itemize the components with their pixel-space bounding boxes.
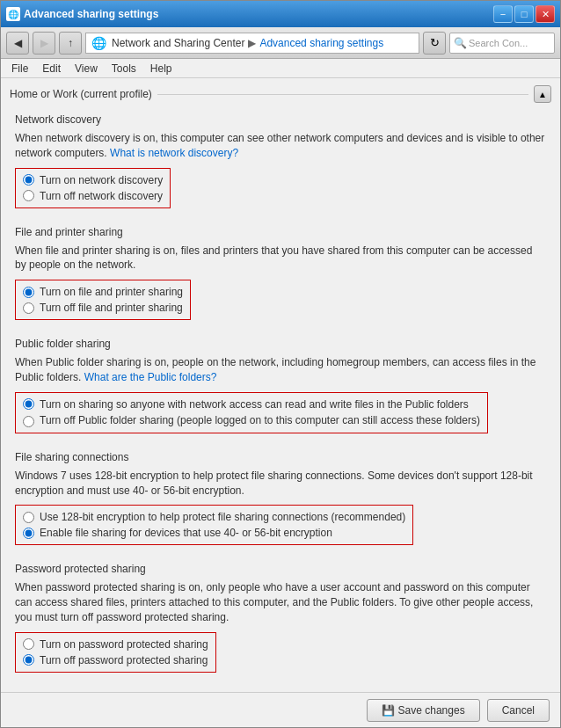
- network-discovery-desc: When network discovery is on, this compu…: [15, 131, 546, 161]
- menu-help[interactable]: Help: [143, 61, 179, 76]
- cancel-button[interactable]: Cancel: [487, 699, 550, 722]
- collapse-icon: ▲: [538, 90, 547, 99]
- search-icon: 🔍: [454, 37, 467, 49]
- public-folder-off-label: Turn off Public folder sharing (people l…: [40, 414, 480, 426]
- password-sharing-off-label: Turn off password protected sharing: [40, 654, 208, 666]
- back-icon: ◀: [14, 37, 22, 49]
- file-sharing-connections-options: Use 128-bit encryption to help protect f…: [15, 505, 413, 545]
- save-icon: 💾: [382, 704, 395, 717]
- encryption-128-option[interactable]: Use 128-bit encryption to help protect f…: [23, 511, 405, 523]
- file-printer-on-radio[interactable]: [23, 287, 34, 298]
- minimize-button[interactable]: −: [493, 5, 513, 23]
- up-button[interactable]: ↑: [59, 32, 82, 55]
- network-icon: 🌐: [91, 36, 106, 50]
- public-folder-off-radio[interactable]: [23, 416, 34, 427]
- file-printer-off-label: Turn off file and printer sharing: [40, 302, 183, 314]
- network-discovery-on-radio[interactable]: [23, 174, 34, 186]
- encryption-40-radio[interactable]: [23, 528, 34, 539]
- file-sharing-connections-section: File sharing connections Windows 7 uses …: [1, 444, 560, 557]
- file-printer-off-radio[interactable]: [23, 302, 34, 314]
- network-discovery-off-radio[interactable]: [23, 190, 34, 201]
- cancel-label: Cancel: [502, 704, 535, 717]
- file-printer-on-label: Turn on file and printer sharing: [40, 286, 183, 298]
- password-sharing-title: Password protected sharing: [15, 563, 546, 575]
- password-sharing-options: Turn on password protected sharing Turn …: [15, 632, 216, 673]
- title-bar-left: 🌐 Advanced sharing settings: [6, 7, 158, 21]
- encryption-128-radio[interactable]: [23, 512, 34, 523]
- public-folder-off-option[interactable]: Turn off Public folder sharing (people l…: [23, 414, 480, 427]
- public-folder-on-radio[interactable]: [23, 398, 34, 410]
- network-discovery-title: Network discovery: [15, 113, 546, 126]
- public-folder-on-option[interactable]: Turn on sharing so anyone with network a…: [23, 398, 480, 411]
- password-sharing-on-radio[interactable]: [23, 638, 34, 650]
- public-folder-link[interactable]: What are the Public folders?: [84, 371, 217, 383]
- breadcrumb-network[interactable]: Network and Sharing Center: [112, 37, 244, 49]
- file-printer-off-option[interactable]: Turn off file and printer sharing: [23, 302, 183, 314]
- file-sharing-connections-desc: Windows 7 uses 128-bit encryption to hel…: [15, 469, 546, 499]
- encryption-40-option[interactable]: Enable file sharing for devices that use…: [23, 527, 405, 539]
- restore-button[interactable]: □: [514, 5, 534, 23]
- content-area: Home or Work (current profile) ▲ Network…: [1, 78, 560, 692]
- encryption-128-label: Use 128-bit encryption to help protect f…: [40, 511, 405, 523]
- network-discovery-off-label: Turn off network discovery: [40, 190, 163, 202]
- forward-icon: ▶: [40, 37, 48, 49]
- forward-button[interactable]: ▶: [33, 32, 55, 55]
- password-sharing-on-label: Turn on password protected sharing: [40, 638, 208, 651]
- file-printer-options: Turn on file and printer sharing Turn of…: [15, 280, 191, 320]
- file-printer-title: File and printer sharing: [15, 226, 546, 238]
- close-button[interactable]: ✕: [536, 5, 555, 23]
- file-sharing-connections-title: File sharing connections: [15, 451, 546, 463]
- public-folder-section: Public folder sharing When Public folder…: [1, 331, 560, 444]
- title-bar: 🌐 Advanced sharing settings − □ ✕: [1, 1, 560, 27]
- password-sharing-section: Password protected sharing When password…: [1, 556, 560, 682]
- password-sharing-on-option[interactable]: Turn on password protected sharing: [23, 638, 208, 651]
- up-icon: ↑: [68, 37, 73, 49]
- search-box[interactable]: 🔍 Search Con...: [449, 33, 555, 54]
- network-discovery-section: Network discovery When network discovery…: [1, 106, 560, 219]
- breadcrumb: 🌐 Network and Sharing Center ▶ Advanced …: [85, 33, 419, 54]
- menu-bar: File Edit View Tools Help: [1, 59, 560, 78]
- file-printer-desc: When file and printer sharing is on, fil…: [15, 244, 546, 273]
- menu-view[interactable]: View: [68, 61, 105, 76]
- address-bar: ◀ ▶ ↑ 🌐 Network and Sharing Center ▶ Adv…: [1, 27, 560, 59]
- profile-title: Home or Work (current profile): [10, 88, 152, 100]
- breadcrumb-advanced: Advanced sharing settings: [259, 37, 383, 49]
- network-discovery-on-label: Turn on network discovery: [40, 174, 163, 186]
- public-folder-title: Public folder sharing: [15, 338, 546, 350]
- file-printer-on-option[interactable]: Turn on file and printer sharing: [23, 286, 183, 298]
- password-sharing-desc: When password protected sharing is on, o…: [15, 580, 546, 624]
- encryption-40-label: Enable file sharing for devices that use…: [40, 527, 332, 539]
- network-discovery-on-option[interactable]: Turn on network discovery: [23, 174, 163, 186]
- menu-edit[interactable]: Edit: [35, 61, 68, 76]
- public-folder-desc: When Public folder sharing is on, people…: [15, 355, 546, 385]
- menu-tools[interactable]: Tools: [105, 61, 143, 76]
- file-printer-section: File and printer sharing When file and p…: [1, 219, 560, 331]
- main-content: Home or Work (current profile) ▲ Network…: [1, 78, 560, 692]
- title-bar-controls: − □ ✕: [493, 5, 555, 23]
- main-window: 🌐 Advanced sharing settings − □ ✕ ◀ ▶ ↑ …: [0, 0, 561, 728]
- profile-line: [157, 94, 528, 95]
- network-discovery-options: Turn on network discovery Turn off netwo…: [15, 168, 171, 208]
- save-changes-label: Save changes: [398, 704, 465, 717]
- menu-file[interactable]: File: [4, 61, 35, 76]
- password-sharing-off-option[interactable]: Turn off password protected sharing: [23, 654, 208, 666]
- refresh-button[interactable]: ↻: [423, 32, 446, 55]
- title-bar-text: Advanced sharing settings: [24, 8, 158, 20]
- breadcrumb-separator: ▶: [248, 37, 256, 49]
- app-icon: 🌐: [6, 7, 20, 21]
- back-button[interactable]: ◀: [6, 32, 29, 55]
- save-changes-button[interactable]: 💾 Save changes: [367, 699, 480, 722]
- password-sharing-off-radio[interactable]: [23, 654, 34, 666]
- public-folder-on-label: Turn on sharing so anyone with network a…: [40, 398, 469, 411]
- search-placeholder: Search Con...: [469, 38, 528, 48]
- profile-header: Home or Work (current profile) ▲: [1, 78, 560, 106]
- bottom-bar: 💾 Save changes Cancel: [1, 692, 560, 727]
- network-discovery-off-option[interactable]: Turn off network discovery: [23, 190, 163, 202]
- public-folder-options: Turn on sharing so anyone with network a…: [15, 392, 488, 433]
- collapse-button[interactable]: ▲: [534, 85, 551, 103]
- network-discovery-link[interactable]: What is network discovery?: [110, 147, 238, 159]
- refresh-icon: ↻: [430, 36, 440, 49]
